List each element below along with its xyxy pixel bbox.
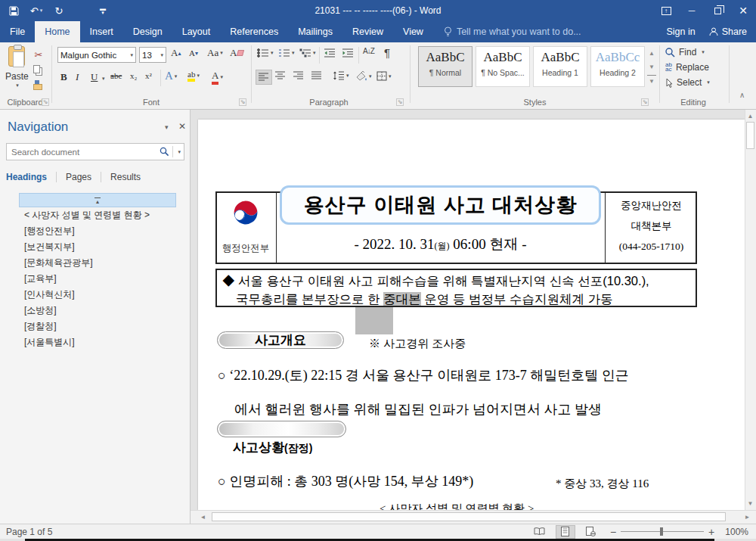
line-spacing-button[interactable]: ▾ — [333, 71, 349, 80]
nav-heading-item[interactable]: < 사망자 성별 및 연령별 현황 > — [19, 207, 176, 223]
document-page[interactable]: 행정안전부 용산구 이태원 사고 대처상황 - 2022. 10. 31(월) … — [198, 120, 745, 510]
tab-results[interactable]: Results — [110, 172, 141, 182]
tab-insert[interactable]: Insert — [80, 21, 123, 42]
web-layout-icon[interactable] — [581, 525, 601, 539]
zoom-slider-thumb[interactable] — [660, 527, 663, 536]
grow-font-button[interactable]: A▴ — [171, 47, 181, 59]
font-color-button[interactable]: A▾ — [212, 70, 223, 85]
paragraph-dialog-launcher[interactable]: ⇘ — [396, 98, 404, 106]
style-no-spacing[interactable]: AaBbC ¶ No Spac... — [476, 46, 530, 87]
replace-button[interactable]: abac Replace — [665, 62, 709, 73]
scroll-right-icon[interactable]: ► — [742, 512, 752, 522]
tab-references[interactable]: References — [220, 21, 288, 42]
tab-design[interactable]: Design — [123, 21, 172, 42]
font-dialog-launcher[interactable]: ⇘ — [239, 98, 246, 106]
scroll-down-icon[interactable]: ▼ — [745, 499, 755, 508]
undo-icon[interactable]: ↶▾ — [30, 5, 42, 17]
search-box[interactable]: ▾ — [6, 143, 184, 160]
nav-heading-item[interactable]: [교육부] — [19, 271, 176, 287]
style-heading-1[interactable]: AaBbC Heading 1 — [533, 46, 587, 87]
tab-review[interactable]: Review — [342, 21, 393, 42]
select-button[interactable]: Select▾ — [665, 77, 710, 88]
read-mode-icon[interactable] — [530, 525, 550, 539]
subscript-button[interactable]: x₂ — [130, 71, 137, 80]
restore-icon[interactable] — [705, 0, 730, 21]
search-input[interactable] — [7, 148, 160, 157]
share-button[interactable]: Share — [709, 26, 747, 37]
borders-button[interactable]: ▾ — [376, 71, 392, 81]
nav-heading-item[interactable]: [경찰청] — [19, 319, 176, 334]
zoom-level[interactable]: 100% — [725, 527, 748, 537]
gray-object-placeholder[interactable] — [355, 307, 393, 334]
scroll-up-icon[interactable]: ▲ — [745, 111, 755, 121]
print-layout-icon[interactable] — [556, 525, 575, 539]
strikethrough-button[interactable]: abc — [110, 71, 122, 80]
save-icon[interactable] — [8, 5, 20, 17]
zoom-out-icon[interactable]: − — [610, 526, 616, 538]
align-left-button[interactable] — [256, 70, 272, 85]
nav-pane-close-icon[interactable]: ✕ — [178, 121, 186, 132]
align-right-button[interactable] — [293, 71, 304, 80]
bullets-button[interactable]: ▾ — [257, 48, 274, 58]
zoom-slider[interactable] — [621, 531, 704, 532]
paste-button[interactable]: Paste ▾ — [5, 46, 28, 98]
ribbon-display-options-icon[interactable]: ↑ — [653, 0, 679, 21]
collapse-ribbon-icon[interactable]: ∧ — [739, 91, 745, 99]
sort-icon[interactable]: A↓Z — [363, 47, 374, 55]
nav-heading-item[interactable]: [문화체육관광부] — [19, 255, 176, 271]
zoom-in-icon[interactable]: + — [708, 526, 714, 538]
nav-heading-item[interactable]: [인사혁신처] — [19, 287, 176, 303]
increase-indent-icon[interactable] — [342, 48, 354, 58]
vertical-scroll-thumb[interactable] — [746, 122, 754, 149]
nav-heading-item[interactable]: [서울특별시] — [19, 334, 176, 350]
tab-mailings[interactable]: Mailings — [288, 21, 342, 42]
underline-dropdown[interactable]: ▾ — [102, 76, 105, 82]
tab-view[interactable]: View — [393, 21, 433, 42]
copy-icon[interactable] — [33, 65, 40, 73]
nav-heading-item[interactable]: [보건복지부] — [19, 239, 176, 255]
redo-icon[interactable]: ↻ — [53, 5, 65, 17]
tab-headings[interactable]: Headings — [6, 172, 47, 182]
customize-qat-icon[interactable]: ▬▾ — [97, 5, 109, 17]
shading-button[interactable]: ▾ — [355, 71, 372, 81]
text-effects-button[interactable]: A▾ — [165, 70, 177, 82]
document-title-box[interactable]: 용산구 이태원 사고 대처상황 — [280, 185, 601, 225]
tab-pages[interactable]: Pages — [66, 172, 91, 182]
tab-file[interactable]: File — [0, 21, 35, 42]
align-center-button[interactable] — [275, 71, 286, 80]
style-normal[interactable]: AaBbC ¶ Normal — [418, 46, 472, 87]
styles-dialog-launcher[interactable]: ⇘ — [641, 98, 649, 106]
styles-more-icon[interactable]: ▼ — [647, 75, 656, 87]
justify-button[interactable] — [311, 71, 322, 80]
shrink-font-button[interactable]: A▾ — [189, 48, 198, 58]
vertical-scrollbar[interactable] — [745, 110, 756, 510]
italic-button[interactable]: I — [76, 71, 79, 83]
nav-pane-options-icon[interactable]: ▾ — [165, 123, 169, 131]
scroll-left-icon[interactable]: ◄ — [198, 512, 208, 522]
underline-button[interactable]: U — [91, 71, 98, 83]
sign-in-button[interactable]: Sign in — [666, 26, 695, 37]
change-case-button[interactable]: Aa▾ — [207, 47, 223, 59]
show-hide-pilcrow-button[interactable]: ¶ — [384, 46, 390, 59]
search-icon[interactable] — [160, 147, 169, 157]
font-name-combo[interactable]: Malgun Gothic▾ — [57, 47, 136, 63]
horizontal-scroll-thumb[interactable] — [212, 512, 726, 521]
format-painter-icon[interactable] — [33, 80, 41, 90]
nav-heading-selected[interactable]: ▴ — [19, 193, 176, 207]
tell-me-box[interactable]: Tell me what you want to do... — [433, 21, 581, 42]
style-heading-2[interactable]: AaBbCc Heading 2 — [590, 46, 645, 87]
highlight-color-button[interactable]: ab▾ — [187, 70, 200, 82]
styles-scroll-down-icon[interactable]: ▼ — [647, 61, 656, 72]
nav-heading-item[interactable]: [소방청] — [19, 303, 176, 319]
decrease-indent-icon[interactable] — [324, 48, 336, 58]
page-indicator[interactable]: Page 1 of 5 — [6, 527, 52, 537]
multilevel-list-button[interactable]: ▾ — [299, 48, 316, 58]
tab-layout[interactable]: Layout — [172, 21, 221, 42]
bold-button[interactable]: B — [60, 71, 67, 83]
clipboard-dialog-launcher[interactable]: ⇘ — [42, 98, 49, 106]
styles-scroll-up-icon[interactable]: ▲ — [647, 48, 656, 58]
find-button[interactable]: Find▾ — [665, 47, 705, 58]
close-icon[interactable]: ✕ — [730, 0, 756, 21]
nav-heading-item[interactable]: [행정안전부] — [19, 223, 176, 239]
clear-formatting-button[interactable]: A — [230, 47, 243, 59]
